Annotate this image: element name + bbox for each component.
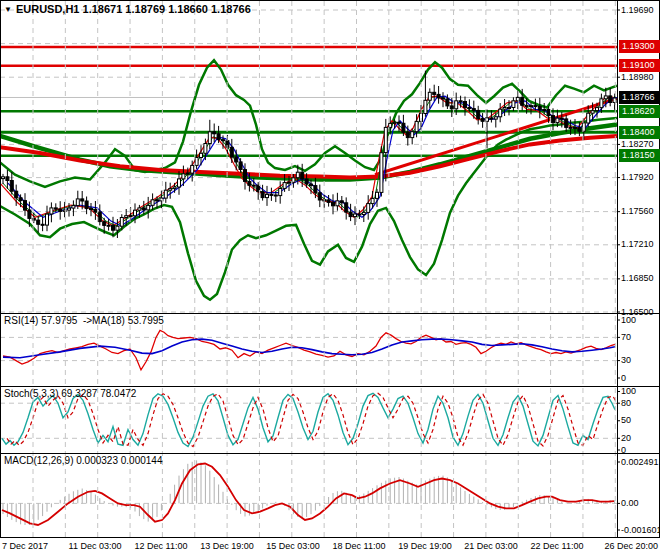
rsi-line bbox=[3, 330, 615, 370]
time-axis-label: 26 Dec 20:00 bbox=[604, 541, 658, 551]
price-axis-label: 1.17210 bbox=[621, 239, 660, 250]
stoch-indicator-label: Stoch(5,3,3) 69.3287 78.0472 bbox=[4, 388, 136, 399]
stoch-d-line bbox=[7, 393, 620, 446]
price-axis-label: 1.17560 bbox=[621, 206, 660, 217]
price-badge: 1.18766 bbox=[619, 91, 660, 104]
price-axis-label: 1.17920 bbox=[621, 172, 660, 183]
price-badge: 1.18150 bbox=[619, 149, 660, 162]
trading-chart-window: ▼EURUSD,H1 1.18671 1.18769 1.18660 1.187… bbox=[0, 0, 660, 560]
rsi-axis-label: 0 bbox=[621, 373, 660, 384]
time-axis-label: 7 Dec 2017 bbox=[2, 541, 48, 551]
stoch-axis-label: 100 bbox=[621, 386, 660, 397]
macd-pane bbox=[0, 460, 617, 525]
time-axis-label: 18 Dec 11:00 bbox=[333, 541, 386, 551]
bollinger-upper bbox=[0, 60, 617, 187]
price-axis-label: 1.19690 bbox=[621, 5, 660, 16]
rsi-pane bbox=[0, 330, 617, 370]
macd-axis-label: -0.001601 bbox=[621, 525, 660, 536]
price-axis-label: 1.18270 bbox=[621, 139, 660, 150]
macd-axis-label: 0.00 bbox=[621, 498, 660, 509]
stoch-axis-label: 0 bbox=[621, 445, 660, 456]
rsi-axis-label: 70 bbox=[621, 332, 660, 343]
rsi-axis-label: 100 bbox=[621, 315, 660, 326]
price-axis-label: 1.18980 bbox=[621, 72, 660, 83]
price-badge: 1.19100 bbox=[619, 59, 660, 72]
chart-title-bar: ▼EURUSD,H1 1.18671 1.18769 1.18660 1.187… bbox=[4, 3, 251, 15]
time-axis-label: 15 Dec 03:00 bbox=[266, 541, 320, 551]
rsi-indicator-label: RSI(14) 57.9795 ->MA(18) 53.7995 bbox=[4, 315, 164, 326]
time-axis-label: 11 Dec 03:00 bbox=[69, 541, 122, 551]
macd-indicator-label: MACD(12,26,9) 0.000323 0.000144 bbox=[4, 455, 162, 466]
rsi-axis-label: 30 bbox=[621, 355, 660, 366]
time-axis-label: 21 Dec 03:00 bbox=[464, 541, 518, 551]
time-axis-label: 13 Dec 19:00 bbox=[200, 541, 254, 551]
time-axis-label: 12 Dec 11:00 bbox=[135, 541, 188, 551]
stoch-pane bbox=[0, 393, 620, 446]
time-axis-label: 22 Dec 11:00 bbox=[531, 541, 584, 551]
stoch-axis-label: 20 bbox=[621, 433, 660, 444]
price-badge: 1.19300 bbox=[619, 40, 660, 53]
macd-histogram bbox=[3, 460, 615, 525]
stoch-axis-label: 50 bbox=[621, 415, 660, 426]
symbol-dropdown-icon[interactable]: ▼ bbox=[4, 5, 12, 14]
price-badge: 1.18400 bbox=[619, 126, 660, 139]
time-axis-label: 19 Dec 19:00 bbox=[398, 541, 452, 551]
macd-signal-line bbox=[2, 464, 614, 526]
stoch-axis-label: 80 bbox=[621, 398, 660, 409]
rsi-ma-line bbox=[3, 339, 615, 358]
price-badge: 1.18620 bbox=[619, 105, 660, 118]
chart-canvas[interactable] bbox=[0, 0, 660, 560]
price-axis-label: 1.16850 bbox=[621, 273, 660, 284]
macd-axis-label: 0.002491 bbox=[621, 457, 660, 468]
symbol-ohlc-title: EURUSD,H1 1.18671 1.18769 1.18660 1.1876… bbox=[16, 3, 251, 15]
main-pane bbox=[0, 10, 621, 312]
